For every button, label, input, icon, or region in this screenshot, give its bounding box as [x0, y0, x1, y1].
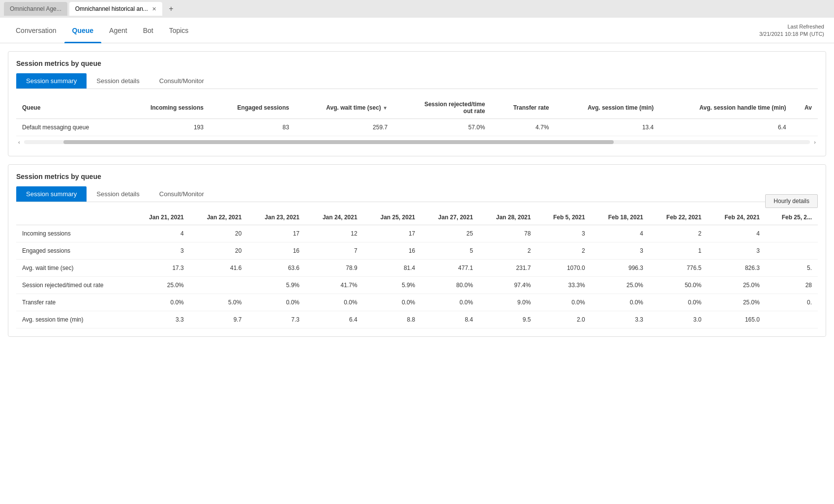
panel-session-metrics-bottom: Session metrics by queue Hourly details … — [8, 164, 826, 337]
cell-val: 9.7 — [190, 311, 248, 328]
sub-tab-session-summary-bottom[interactable]: Session summary — [16, 186, 87, 202]
cell-val: 3 — [536, 225, 591, 242]
cell-transfer: 4.7% — [491, 119, 555, 136]
sub-tab-consult-monitor-bottom[interactable]: Consult/Monitor — [149, 186, 214, 202]
cell-avgsession: 13.4 — [555, 119, 659, 136]
cell-val: 165.0 — [707, 311, 765, 328]
col-header-engaged: Engaged sessions — [209, 97, 295, 119]
tab-omnichannel-agent[interactable]: Omnichannel Age... — [4, 2, 67, 16]
sub-tabs-top: Session summary Session details Consult/… — [16, 73, 818, 89]
col-header-avgwait[interactable]: Avg. wait time (sec) ▼ — [295, 97, 393, 119]
scroll-track[interactable] — [24, 140, 810, 144]
sub-tab-session-details-bottom[interactable]: Session details — [87, 186, 149, 202]
cell-avgwait: 259.7 — [295, 119, 393, 136]
cell-val: 2.0 — [536, 311, 591, 328]
cell-val: 231.7 — [479, 260, 537, 277]
sub-tab-session-details-top[interactable]: Session details — [87, 73, 149, 89]
nav-tab-agent[interactable]: Agent — [101, 18, 135, 43]
cell-val: 17.3 — [132, 260, 190, 277]
add-tab-button[interactable]: + — [164, 2, 178, 16]
cell-val: 63.6 — [247, 260, 305, 277]
cell-av — [792, 119, 818, 136]
cell-val: 97.4% — [479, 277, 537, 294]
tab-label: Omnichannel Age... — [10, 5, 61, 12]
sub-tab-label: Session summary — [26, 190, 77, 198]
cell-metric: Incoming sessions — [16, 225, 132, 242]
cell-avghandle: 6.4 — [659, 119, 792, 136]
cell-val: 16 — [247, 242, 305, 260]
cell-metric: Engaged sessions — [16, 242, 132, 260]
cell-val: 78 — [479, 225, 537, 242]
nav-tab-topics[interactable]: Topics — [161, 18, 197, 43]
close-icon[interactable]: ✕ — [152, 6, 156, 12]
cell-val: 477.1 — [421, 260, 479, 277]
cell-val: 80.0% — [421, 277, 479, 294]
cell-val — [766, 225, 818, 242]
cell-val: 2 — [536, 242, 591, 260]
nav-tab-queue[interactable]: Queue — [64, 18, 102, 43]
col-date-8: Feb 18, 2021 — [591, 210, 649, 225]
col-header-transfer: Transfer rate — [491, 97, 555, 119]
table-container-top[interactable]: Queue Incoming sessions Engaged sessions… — [16, 97, 818, 136]
cell-val: 81.4 — [363, 260, 421, 277]
cell-val: 20 — [190, 225, 248, 242]
hourly-details-button[interactable]: Hourly details — [765, 194, 818, 208]
cell-val: 3.3 — [132, 311, 190, 328]
scroll-right-icon[interactable]: › — [812, 138, 818, 146]
main-container: Conversation Queue Agent Bot Topics Last… — [0, 18, 834, 504]
col-header-avgsession: Avg. session time (min) — [555, 97, 659, 119]
table-row: Session rejected/timed out rate 25.0% 5.… — [16, 277, 818, 294]
cell-val: 0.0% — [305, 294, 363, 311]
browser-tab-bar: Omnichannel Age... Omnichannel historica… — [0, 0, 834, 18]
cell-val: 20 — [190, 242, 248, 260]
sub-tab-label: Session summary — [26, 77, 77, 85]
sub-tab-label: Session details — [96, 77, 139, 85]
cell-val: 5.9% — [363, 277, 421, 294]
metrics-table-bottom: Jan 21, 2021 Jan 22, 2021 Jan 23, 2021 J… — [16, 210, 818, 328]
nav-tab-label: Topics — [169, 27, 189, 34]
panel-title-bottom: Session metrics by queue — [16, 173, 818, 180]
sub-tab-session-summary-top[interactable]: Session summary — [16, 73, 87, 89]
nav-tab-bot[interactable]: Bot — [135, 18, 161, 43]
cell-val: 25.0% — [707, 277, 765, 294]
cell-val: 0.0% — [132, 294, 190, 311]
sub-tab-consult-monitor-top[interactable]: Consult/Monitor — [149, 73, 214, 89]
cell-val: 9.5 — [479, 311, 537, 328]
col-date-10: Feb 24, 2021 — [707, 210, 765, 225]
content-area[interactable]: Session metrics by queue Session summary… — [0, 43, 834, 504]
cell-val: 78.9 — [305, 260, 363, 277]
col-date-0: Jan 21, 2021 — [132, 210, 190, 225]
cell-val: 50.0% — [649, 277, 707, 294]
table-row: Incoming sessions 4 20 17 12 17 25 78 3 … — [16, 225, 818, 242]
cell-val: 25.0% — [707, 294, 765, 311]
cell-queue: Default messaging queue — [16, 119, 122, 136]
plus-icon: + — [169, 4, 173, 13]
cell-val: 0.0% — [363, 294, 421, 311]
cell-val: 996.3 — [591, 260, 649, 277]
col-header-metric — [16, 210, 132, 225]
col-date-11: Feb 25, 2... — [766, 210, 818, 225]
h-scrollbar-top[interactable]: ‹ › — [16, 136, 818, 148]
panel-title-top: Session metrics by queue — [16, 59, 818, 67]
cell-val: 2 — [649, 225, 707, 242]
table-row: Avg. wait time (sec) 17.3 41.6 63.6 78.9… — [16, 260, 818, 277]
table-container-bottom[interactable]: Jan 21, 2021 Jan 22, 2021 Jan 23, 2021 J… — [16, 210, 818, 328]
col-date-7: Feb 5, 2021 — [536, 210, 591, 225]
tab-omnichannel-historical[interactable]: Omnichannel historical an... ✕ — [69, 2, 162, 16]
cell-val: 0. — [766, 294, 818, 311]
cell-val: 9.0% — [479, 294, 537, 311]
cell-val: 7 — [305, 242, 363, 260]
cell-val: 8.4 — [421, 311, 479, 328]
nav-tab-label: Queue — [72, 27, 94, 34]
col-header-av: Av — [792, 97, 818, 119]
cell-val: 25 — [421, 225, 479, 242]
scroll-left-icon[interactable]: ‹ — [16, 138, 22, 146]
nav-tab-conversation[interactable]: Conversation — [8, 18, 64, 43]
cell-val: 4 — [132, 225, 190, 242]
cell-val: 8.8 — [363, 311, 421, 328]
cell-val: 3 — [132, 242, 190, 260]
col-date-9: Feb 22, 2021 — [649, 210, 707, 225]
cell-val: 12 — [305, 225, 363, 242]
col-date-4: Jan 25, 2021 — [363, 210, 421, 225]
cell-val: 0.0% — [247, 294, 305, 311]
